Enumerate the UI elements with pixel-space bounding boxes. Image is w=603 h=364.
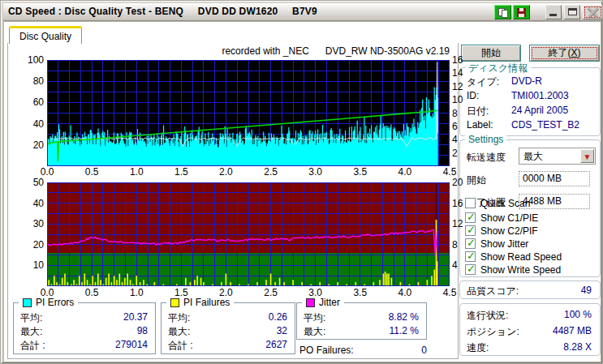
total-label: 合計 : bbox=[168, 339, 193, 353]
checkbox-show-jitter[interactable]: ✓ Show Jitter bbox=[465, 238, 562, 250]
disc-info-caption: ディスク情報 bbox=[465, 62, 531, 75]
disc-date-value: 24 April 2005 bbox=[511, 105, 568, 116]
axis-tick-label: 20 bbox=[17, 239, 44, 251]
max-label: 最大: bbox=[168, 325, 190, 339]
max-label: 最大: bbox=[304, 325, 325, 339]
close-button[interactable] bbox=[583, 5, 603, 19]
disc-id-value: TMI001.2003 bbox=[511, 90, 569, 101]
avg-label: 平均: bbox=[168, 311, 190, 325]
quality-score-box: 品質スコア: 49 bbox=[459, 280, 601, 299]
tab-label: Disc Quality bbox=[19, 31, 71, 42]
po-failures-value: 0 bbox=[421, 345, 427, 356]
po-failures-row: PO Failures: 0 bbox=[299, 345, 427, 357]
axis-tick-label: 2.5 bbox=[259, 287, 283, 298]
disc-label-value: CDS_TEST_B2 bbox=[511, 119, 579, 131]
axis-tick-label: 1.5 bbox=[169, 287, 193, 298]
title-bar[interactable]: CD Speed : Disc Quality Test - BENQ DVD … bbox=[3, 3, 601, 21]
save-button[interactable] bbox=[513, 5, 530, 19]
po-failures-label: PO Failures: bbox=[299, 345, 354, 356]
avg-label: 平均: bbox=[304, 311, 325, 325]
axis-tick-label: 2.0 bbox=[213, 287, 238, 298]
avg-value: 0.26 bbox=[269, 311, 287, 323]
axis-tick-label: 3.5 bbox=[348, 287, 373, 298]
axis-tick-label: 1.0 bbox=[124, 166, 149, 178]
pi-errors-chart-canvas bbox=[47, 60, 450, 166]
axis-tick-label: 40 bbox=[17, 118, 44, 130]
total-value: 2627 bbox=[265, 339, 287, 350]
window-title: CD Speed : Disc Quality Test - BENQ DVD … bbox=[8, 6, 317, 17]
floppy-disk-icon bbox=[517, 8, 526, 17]
minimize-icon bbox=[549, 14, 557, 16]
exit-button[interactable]: 終了(X) bbox=[529, 45, 600, 62]
axis-tick-label: 60 bbox=[17, 96, 44, 108]
axis-tick-label: 12 bbox=[452, 81, 473, 92]
transfer-speed-value: 最大 bbox=[523, 150, 543, 164]
pi-errors-legend: PI Errors bbox=[19, 297, 78, 308]
position-value: 4487 MB bbox=[553, 325, 592, 336]
pi-failures-stats-box: PI Failures 平均:0.26 最大:32 合計 :2627 bbox=[161, 302, 295, 354]
axis-tick-label: 4.5 bbox=[437, 287, 462, 298]
checkbox-show-c1-pie[interactable]: ✓ Show C1/PIE bbox=[465, 212, 562, 224]
copy-icon-back bbox=[502, 10, 508, 18]
start-position-input[interactable]: 0000 MB bbox=[519, 171, 590, 186]
disc-info-group: ディスク情報 タイプ: DVD-R ID: TMI001.2003 日付: 24… bbox=[459, 67, 601, 136]
axis-tick-label: 30 bbox=[17, 218, 44, 229]
chevron-down-icon[interactable]: ▼ bbox=[580, 149, 594, 163]
axis-tick-label: 20 bbox=[17, 139, 44, 151]
checkbox-show-read-speed[interactable]: ✓ Show Read Speed bbox=[465, 251, 579, 263]
checkbox-show-write-speed[interactable]: ✓ Show Write Speed bbox=[465, 264, 579, 276]
avg-value: 8.82 % bbox=[389, 311, 419, 323]
disc-type-value: DVD-R bbox=[511, 75, 542, 87]
checkbox-quick-scan[interactable]: ✓ Quick Scan bbox=[465, 198, 554, 209]
jitter-swatch-icon bbox=[306, 298, 315, 307]
max-value: 98 bbox=[137, 325, 148, 336]
max-label: 最大: bbox=[20, 325, 42, 339]
axis-tick-label: 4 bbox=[452, 259, 473, 271]
axis-tick-label: 12 bbox=[452, 218, 473, 229]
app-window: CD Speed : Disc Quality Test - BENQ DVD … bbox=[0, 0, 603, 364]
max-value: 32 bbox=[277, 325, 287, 336]
axis-tick-label: 2 bbox=[452, 148, 473, 159]
axis-tick-label: 1.0 bbox=[124, 287, 149, 298]
quality-score-value: 49 bbox=[581, 285, 592, 296]
recorded-with-text: recorded with _NEC DVD_RW ND-3500AG v2.1… bbox=[196, 45, 450, 57]
axis-tick-label: 80 bbox=[17, 75, 44, 87]
axis-tick-label: 14 bbox=[452, 67, 473, 79]
axis-tick-label: 4.5 bbox=[437, 166, 462, 178]
axis-tick-label: 4 bbox=[452, 134, 473, 145]
axis-tick-label: 16 bbox=[452, 198, 473, 209]
axis-tick-label: 1.5 bbox=[169, 166, 193, 178]
tab-disc-quality[interactable]: Disc Quality bbox=[9, 26, 82, 44]
quality-score-label: 品質スコア: bbox=[467, 285, 519, 298]
avg-label: 平均: bbox=[20, 311, 42, 325]
maximize-icon bbox=[568, 8, 577, 15]
axis-tick-label: 10 bbox=[452, 94, 473, 105]
max-value: 11.2 % bbox=[390, 325, 419, 336]
position-label: ポジション: bbox=[467, 325, 519, 339]
axis-tick-label: 8 bbox=[452, 108, 473, 119]
jitter-legend: Jitter bbox=[302, 297, 344, 308]
pi-failures-swatch-icon bbox=[170, 298, 179, 307]
axis-tick-label: 50 bbox=[17, 177, 44, 188]
axis-tick-label: 4.0 bbox=[393, 166, 417, 178]
axis-tick-label: 2.5 bbox=[259, 166, 283, 178]
progress-box: 進行状況: 100 % ポジション: 4487 MB 速度: 8.28 X bbox=[459, 303, 601, 356]
axis-tick-label: 16 bbox=[452, 54, 473, 66]
axis-tick-label: 0.5 bbox=[80, 166, 104, 178]
progress-label: 進行状況: bbox=[467, 309, 508, 323]
axis-tick-label: 0.5 bbox=[80, 287, 104, 298]
axis-tick-label: 2.0 bbox=[213, 166, 238, 178]
axis-tick-label: 10 bbox=[17, 259, 44, 271]
transfer-speed-select[interactable]: 最大 ▼ bbox=[519, 148, 596, 165]
axis-tick-label: 100 bbox=[17, 54, 44, 66]
pi-errors-stats-box: PI Errors 平均:20.37 最大:98 合計 :279014 bbox=[13, 302, 156, 354]
pi-failures-jitter-chart bbox=[47, 182, 450, 286]
minimize-button[interactable] bbox=[545, 5, 562, 19]
axis-tick-label: 20 bbox=[452, 177, 473, 188]
maximize-button[interactable] bbox=[564, 5, 580, 19]
pi-errors-chart bbox=[47, 60, 450, 166]
avg-value: 20.37 bbox=[123, 311, 148, 323]
pi-errors-swatch-icon bbox=[23, 298, 32, 307]
copy-to-clipboard-button[interactable] bbox=[494, 5, 511, 19]
checkbox-show-c2-pif[interactable]: ✓ Show C2/PIF bbox=[465, 225, 562, 237]
